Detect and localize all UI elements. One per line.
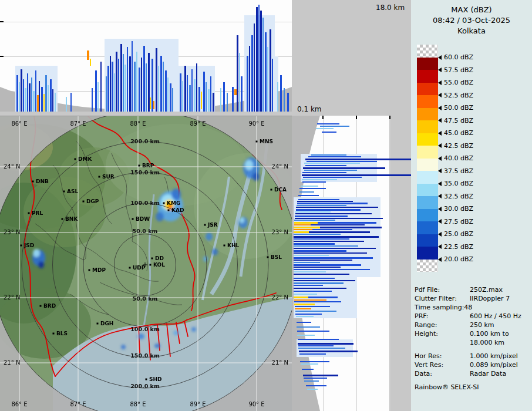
city-label: ASL (67, 188, 78, 194)
product-info: Pdf File:250Z.maxClutter Filter:IIRDoppl… (415, 285, 530, 392)
info-value: 48 (464, 303, 472, 312)
info-row: Range:250 km (415, 321, 530, 329)
reflectivity-bar (298, 343, 353, 345)
reflectivity-bar (206, 82, 207, 112)
city-label: DD (155, 255, 164, 261)
info-label: Range: (415, 321, 470, 329)
reflectivity-bar (90, 59, 91, 66)
reflectivity-bar (21, 69, 22, 112)
reflectivity-bar (107, 66, 109, 112)
scale-color-block (417, 184, 438, 197)
reflectivity-bar (258, 5, 260, 112)
lon-label: 87° E (70, 120, 86, 127)
station-name: Kolkata (411, 26, 532, 36)
reflectivity-bar (307, 161, 377, 162)
min-height-label: 0.1 km (297, 105, 322, 113)
reflectivity-bar (294, 245, 358, 247)
reflectivity-bar (298, 345, 334, 346)
reflectivity-bar (239, 53, 240, 112)
reflectivity-bar (304, 378, 327, 379)
reflectivity-bar (114, 73, 115, 112)
scale-threshold-label: 40.0 dBZ (438, 154, 473, 163)
scale-color-block (417, 221, 438, 234)
scale-color-block (417, 247, 438, 260)
info-row: Clutter Filter:IIRDoppler 7 (415, 294, 530, 303)
reflectivity-bar (298, 348, 345, 349)
reflectivity-bar (143, 46, 145, 112)
city-dot (129, 267, 131, 269)
reflectivity-bar (303, 177, 362, 178)
reflectivity-bar (302, 179, 337, 180)
reflectivity-bar (33, 91, 35, 112)
scale-threshold-label: 57.5 dBZ (438, 66, 473, 74)
reflectivity-bar (232, 87, 234, 112)
range-ring-label: 50.0 km (133, 295, 158, 302)
range-ring-label: 100.0 km (130, 200, 160, 206)
info-row: 18.000 km (415, 338, 530, 347)
reflectivity-bar (150, 97, 151, 109)
info-row: PRF:600 Hz / 450 Hz (415, 312, 530, 321)
reflectivity-bar (302, 369, 314, 370)
city-label: BDW (136, 216, 150, 222)
reflectivity-bar (146, 63, 147, 112)
range-ring-label: 50.0 km (133, 228, 158, 234)
scale-color-block (417, 171, 438, 184)
reflectivity-bar (294, 238, 349, 240)
threshold-arrow-icon (438, 106, 442, 110)
reflectivity-bar (294, 234, 341, 235)
range-ring-label: 150.0 km (130, 169, 160, 176)
reflectivity-bar (317, 123, 339, 124)
reflectivity-bar (249, 46, 250, 112)
reflectivity-bar (294, 250, 346, 252)
reflectivity-bar (297, 201, 353, 202)
scale-color-block (417, 70, 438, 83)
city-dot (62, 218, 63, 220)
city-dot (204, 224, 206, 226)
city-label: PRL (32, 210, 43, 216)
info-row: Data:Radar Data (415, 369, 530, 378)
city-dot (83, 201, 85, 203)
reflectivity-bar (134, 62, 136, 112)
lat-label: 23° N (272, 229, 288, 235)
city-dot (168, 210, 170, 211)
city-label: BLS (56, 331, 68, 336)
info-row: Pdf File:250Z.max (415, 285, 530, 294)
city-label: MNS (260, 139, 273, 144)
threshold-arrow-icon (438, 257, 442, 262)
reflectivity-bar (189, 85, 191, 112)
reflectivity-bar (106, 76, 107, 112)
reflectivity-bar (227, 93, 228, 112)
city-dot (224, 245, 225, 247)
reflectivity-bar (294, 220, 335, 221)
reflectivity-bar (23, 79, 24, 112)
city-dot (63, 191, 65, 193)
lat-label: 21° N (4, 359, 20, 366)
scale-threshold-label: 60.0 dBZ (438, 53, 473, 62)
reflectivity-bar (203, 72, 205, 112)
range-ring-label: 100.0 km (130, 326, 160, 332)
reflectivity-bar (294, 299, 326, 301)
reflectivity-bar (294, 278, 335, 279)
city-dot (139, 165, 140, 167)
scale-color-block (417, 146, 438, 159)
reflectivity-bar (260, 11, 262, 112)
threshold-arrow-icon (438, 207, 442, 211)
reflectivity-bar (294, 285, 323, 286)
reflectivity-bar (316, 128, 334, 129)
reflectivity-bar (305, 159, 412, 160)
reflectivity-bar (265, 32, 267, 112)
lat-label: 22° N (4, 294, 20, 301)
city-dot (271, 189, 272, 191)
info-row: Hor Res:1.000 km/pixel (415, 352, 530, 361)
info-label: Time sampling: (415, 303, 464, 312)
reflectivity-bar (294, 262, 320, 263)
lat-label: 24° N (4, 163, 20, 170)
reflectivity-bar (247, 56, 248, 112)
reflectivity-bar (158, 66, 159, 112)
reflectivity-bar (172, 88, 173, 112)
reflectivity-bar (303, 167, 385, 169)
scale-threshold-label: 30.0 dBZ (438, 205, 473, 213)
reflectivity-bar (295, 215, 348, 217)
reflectivity-bar (194, 79, 196, 112)
reflectivity-bar (299, 351, 358, 352)
